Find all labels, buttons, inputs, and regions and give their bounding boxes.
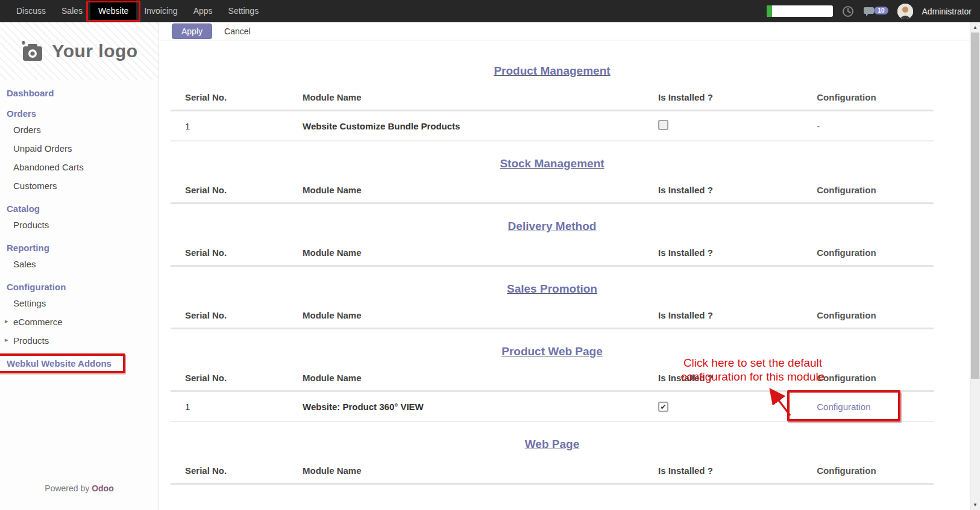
table-header-row: Serial No.Module NameIs Installed ?Confi… <box>171 86 934 108</box>
sidebar-header-webkul-website-addons[interactable]: Webkul Website Addons <box>0 356 118 370</box>
section-product-web-page: Product Web PageSerial No.Module NameIs … <box>171 345 934 422</box>
sidebar-menu: DashboardOrdersOrdersUnpaid OrdersAbando… <box>0 80 159 370</box>
installed-cell: ✔ <box>658 401 817 412</box>
annotation-text: Click here to set the defaultconfigurati… <box>650 356 855 384</box>
table-header-row: Serial No.Module NameIs Installed ?Confi… <box>171 304 934 326</box>
nav-item-settings[interactable]: Settings <box>221 0 267 22</box>
top-nav-menu: DiscussSalesWebsiteInvoicingAppsSettings <box>8 0 266 22</box>
apply-button[interactable]: Apply <box>172 23 212 39</box>
section-title-delivery-method[interactable]: Delivery Method <box>508 220 597 232</box>
sidebar-header-dashboard[interactable]: Dashboard <box>0 86 60 100</box>
section-web-page: Web PageSerial No.Module NameIs Installe… <box>171 438 934 485</box>
column-header-is-installed: Is Installed ? <box>658 179 817 201</box>
logo: Your logo <box>0 22 159 80</box>
powered-by-text: Powered by <box>45 484 89 493</box>
section-heading-wrap: Stock Management <box>171 157 934 170</box>
nav-item-invoicing[interactable]: Invoicing <box>136 0 185 22</box>
header-divider <box>171 202 934 204</box>
section-title-sales-promotion[interactable]: Sales Promotion <box>507 282 597 295</box>
nav-item-apps[interactable]: Apps <box>186 0 221 22</box>
module-name-cell: Website: Product 360° VIEW <box>303 402 658 412</box>
sidebar-item-ecommerce[interactable]: ▸eCommerce <box>0 313 159 331</box>
sidebar-item-label: Settings <box>13 298 46 308</box>
chevron-right-icon: ▸ <box>5 336 8 344</box>
sidebar: Your logo DashboardOrdersOrdersUnpaid Or… <box>0 22 159 510</box>
column-header-configuration: Configuration <box>817 179 934 201</box>
column-header-is-installed: Is Installed ? <box>658 86 817 108</box>
column-header-serial-no: Serial No. <box>171 304 303 326</box>
sidebar-item-label: Customers <box>13 181 57 191</box>
top-nav-right: 10 Administrator <box>767 4 972 19</box>
sidebar-header-configuration[interactable]: Configuration <box>0 280 72 294</box>
configuration-cell: Configuration <box>817 402 934 412</box>
avatar[interactable] <box>897 4 913 19</box>
section-product-management: Product ManagementSerial No.Module NameI… <box>171 64 934 141</box>
installed-checkbox[interactable] <box>658 120 668 130</box>
column-header-module-name: Module Name <box>303 367 658 389</box>
clock-icon[interactable] <box>842 5 854 17</box>
sidebar-item-label: Sales <box>13 259 36 269</box>
sidebar-item-label: Products <box>13 335 49 346</box>
header-divider <box>171 328 934 329</box>
column-header-is-installed: Is Installed ? <box>658 304 817 326</box>
sidebar-item-label: Orders <box>13 125 41 135</box>
column-header-module-name: Module Name <box>303 459 658 482</box>
powered-by: Powered by Odoo <box>0 484 159 493</box>
sidebar-item-label: Products <box>13 220 49 230</box>
column-header-configuration: Configuration <box>817 241 934 264</box>
column-header-is-installed: Is Installed ? <box>658 241 817 264</box>
scroll-down-button[interactable]: ▼ <box>970 500 980 510</box>
header-divider <box>171 483 934 485</box>
sections-container: Product ManagementSerial No.Module NameI… <box>160 40 970 485</box>
module-row: 1Website: Product 360° VIEW✔Configuratio… <box>171 392 934 422</box>
user-photo <box>897 4 913 19</box>
serial-cell: 1 <box>171 121 303 131</box>
column-header-configuration: Configuration <box>817 86 934 108</box>
column-header-is-installed: Is Installed ? <box>658 459 817 482</box>
sidebar-item-abandoned-carts[interactable]: Abandoned Carts <box>0 158 159 176</box>
message-count-badge: 10 <box>874 7 888 14</box>
sidebar-item-customers[interactable]: Customers <box>0 176 159 195</box>
camera-icon <box>20 40 45 62</box>
configuration-link[interactable]: Configuration <box>817 402 870 412</box>
section-title-product-management[interactable]: Product Management <box>494 64 610 77</box>
sidebar-item-settings[interactable]: Settings <box>0 294 159 313</box>
sidebar-item-products[interactable]: Products <box>0 216 159 234</box>
section-title-stock-management[interactable]: Stock Management <box>500 157 604 170</box>
user-name[interactable]: Administrator <box>922 7 972 16</box>
column-header-module-name: Module Name <box>303 304 658 326</box>
section-heading-wrap: Web Page <box>171 438 934 451</box>
extension-progress-pill <box>767 5 833 17</box>
section-heading-wrap: Sales Promotion <box>171 282 934 296</box>
odoo-brand-link[interactable]: Odoo <box>92 484 114 493</box>
section-title-product-web-page[interactable]: Product Web Page <box>501 345 603 358</box>
module-name-cell: Website Customize Bundle Products <box>303 121 658 131</box>
main-content: Apply Cancel Product ManagementSerial No… <box>160 22 970 510</box>
sidebar-item-orders[interactable]: Orders <box>0 120 159 139</box>
scrollbar[interactable]: ▲ ▼ <box>970 22 980 510</box>
nav-item-discuss[interactable]: Discuss <box>8 0 54 22</box>
column-header-module-name: Module Name <box>303 86 658 108</box>
messages-icon[interactable]: 10 <box>863 5 888 18</box>
configuration-cell: - <box>817 121 934 131</box>
section-title-web-page[interactable]: Web Page <box>525 438 579 450</box>
nav-item-sales[interactable]: Sales <box>54 0 90 22</box>
column-header-configuration: Configuration <box>817 459 934 482</box>
logo-text: Your logo <box>52 41 137 61</box>
installed-cell <box>658 120 817 132</box>
toolbar: Apply Cancel <box>160 22 970 40</box>
nav-item-website[interactable]: Website <box>90 0 136 22</box>
section-delivery-method: Delivery MethodSerial No.Module NameIs I… <box>171 220 934 267</box>
column-header-serial-no: Serial No. <box>171 179 303 201</box>
sidebar-item-sales[interactable]: Sales <box>0 255 159 273</box>
sidebar-item-unpaid-orders[interactable]: Unpaid Orders <box>0 139 159 158</box>
cancel-button[interactable]: Cancel <box>218 24 257 39</box>
sidebar-header-catalog[interactable]: Catalog <box>0 202 46 216</box>
scroll-up-button[interactable]: ▲ <box>970 22 980 33</box>
column-header-serial-no: Serial No. <box>171 86 303 108</box>
sidebar-header-reporting[interactable]: Reporting <box>0 241 56 255</box>
scrollbar-thumb[interactable] <box>971 33 979 379</box>
installed-checkbox[interactable]: ✔ <box>658 402 668 412</box>
sidebar-item-products[interactable]: ▸Products <box>0 331 159 350</box>
sidebar-header-orders[interactable]: Orders <box>0 107 43 120</box>
